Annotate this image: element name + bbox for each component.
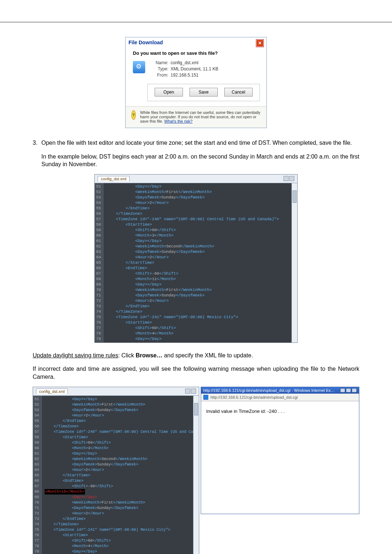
- type-value: XML Document, 11.1 KB: [171, 66, 219, 71]
- whats-the-risk-link[interactable]: What's the risk?: [164, 119, 193, 123]
- scrollbar[interactable]: [291, 183, 297, 342]
- editor-tab[interactable]: config_dst.xml: [36, 389, 68, 394]
- maximize-icon[interactable]: [346, 388, 351, 393]
- xml-editor-screenshot-2: config_dst.xml 5152535455565758596061626…: [33, 387, 199, 554]
- cancel-button[interactable]: Cancel: [224, 88, 253, 97]
- name-label: Name:: [151, 60, 168, 65]
- close-icon[interactable]: [352, 388, 357, 393]
- from-value: 192.168.5.151: [171, 73, 199, 78]
- close-icon[interactable]: ×: [256, 40, 264, 47]
- open-button[interactable]: Open: [155, 88, 183, 97]
- save-button[interactable]: Save: [189, 88, 218, 97]
- type-label: Type:: [151, 66, 168, 71]
- error-message: Invalid value in TimeZone id: -240 . . .: [206, 409, 285, 414]
- dialog-question: Do you want to open or save this file?: [126, 50, 266, 60]
- editor-btn-right-icon[interactable]: [289, 176, 294, 181]
- browser-title: http://192.168.6.121/cgi-bin/admin/uploa…: [203, 388, 335, 393]
- xml-editor-screenshot-1: config_dst.xml 5152535455565758596061626…: [94, 174, 298, 343]
- warning-icon: ?: [131, 110, 136, 120]
- line-gutter: 5152535455565758596061626364656667686970…: [33, 396, 42, 554]
- page-icon: [203, 395, 208, 400]
- warning-text: While files from the Internet can be use…: [140, 110, 261, 123]
- step-number: 3.: [33, 139, 41, 147]
- browser-error-window: http://192.168.6.121/cgi-bin/admin/uploa…: [201, 387, 359, 514]
- code-area: <Day></Day> <WeekinMonth>First</WeekinMo…: [103, 183, 291, 342]
- example-note: In the example below, DST begins each ye…: [41, 153, 359, 168]
- code-area: <Day></Day> <WeekinMonth>First</WeekinMo…: [42, 396, 193, 554]
- file-download-dialog: File Download × Do you want to open or s…: [125, 37, 267, 128]
- update-instruction: Update daylight saving time rules: Click…: [33, 352, 359, 360]
- editor-btn-right-icon[interactable]: [191, 389, 196, 394]
- name-value: config_dst.xml: [171, 60, 199, 65]
- editor-btn-left-icon[interactable]: [185, 389, 190, 394]
- scrollbar[interactable]: [193, 396, 199, 554]
- minimize-icon[interactable]: [340, 388, 345, 393]
- editor-btn-left-icon[interactable]: [283, 176, 289, 181]
- dialog-title: File Download: [128, 40, 163, 45]
- from-label: From:: [151, 73, 168, 78]
- warning-instruction: If incorrect date and time are assigned,…: [33, 365, 359, 381]
- line-gutter: 5152535455565758596061626364656667686970…: [95, 183, 103, 342]
- address-bar[interactable]: http://192.168.6.121/cgi-bin/admin/uploa…: [211, 395, 298, 399]
- editor-tab[interactable]: config_dst.xml: [98, 176, 130, 181]
- file-type-icon: [133, 61, 145, 73]
- step-text: Open the file with text editor and locat…: [41, 139, 359, 147]
